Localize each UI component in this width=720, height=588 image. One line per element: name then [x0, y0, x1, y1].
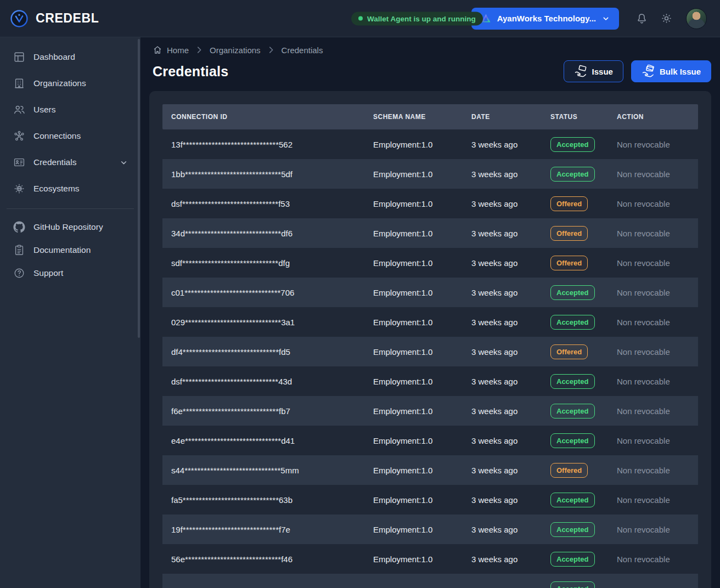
- cell-action: Non revocable: [608, 555, 698, 564]
- table-row: 029******************************3a1 Emp…: [162, 307, 698, 337]
- users-icon: [13, 104, 25, 116]
- brand[interactable]: CREDEBL: [10, 9, 99, 28]
- issue-button[interactable]: Issue: [564, 60, 623, 82]
- breadcrumb-label: Organizations: [210, 46, 261, 55]
- cell-schema: Employment:1.0: [364, 140, 463, 149]
- status-dot-icon: [358, 16, 363, 21]
- cell-date: 3 weeks ago: [463, 140, 542, 149]
- sidebar-item-label: Credentials: [33, 157, 111, 167]
- sidebar-item-users[interactable]: Users: [0, 97, 140, 123]
- status-badge: Accepted: [550, 167, 595, 182]
- cell-connection-id: e4e******************************d41: [162, 436, 364, 445]
- table-row: 1bb******************************5df Emp…: [162, 159, 698, 189]
- sidebar-item-ecosystems[interactable]: Ecosystems: [0, 176, 140, 202]
- main-content: Home Organizations Credentials Credentia…: [140, 37, 720, 588]
- title-actions: Issue Bulk Issue: [564, 60, 711, 82]
- status-badge: Accepted: [550, 552, 595, 567]
- sidebar-item-documentation[interactable]: Documentation: [0, 239, 140, 262]
- cell-connection-id: fa5******************************63b: [162, 495, 364, 505]
- cell-action: Non revocable: [608, 347, 698, 357]
- cell-connection-id: dsf******************************f53: [162, 199, 364, 208]
- theme-toggle-button[interactable]: [660, 12, 673, 25]
- sidebar-item-dashboard[interactable]: Dashboard: [0, 44, 140, 70]
- page-title: Credentials: [153, 64, 228, 80]
- cell-date: 3 weeks ago: [463, 495, 542, 505]
- breadcrumb-organizations[interactable]: Organizations: [210, 46, 261, 55]
- cell-status: Offered: [542, 344, 608, 359]
- navbar-right: AyanWorks Technology...: [471, 8, 707, 30]
- sidebar-scrollbar[interactable]: [138, 39, 140, 338]
- table-body: 13f******************************562 Emp…: [162, 129, 698, 588]
- column-header-connection-id: CONNECTION ID: [162, 113, 364, 121]
- status-badge: Offered: [550, 463, 588, 478]
- status-badge: Accepted: [550, 315, 595, 330]
- organization-switcher-button[interactable]: AyanWorks Technology...: [471, 8, 619, 30]
- cell-status: Accepted: [542, 552, 608, 567]
- chevron-down-icon: [601, 14, 610, 23]
- cell-status: Offered: [542, 256, 608, 270]
- cell-status: Offered: [542, 463, 608, 478]
- cell-action: Non revocable: [608, 318, 698, 327]
- cell-status: Accepted: [542, 374, 608, 389]
- sidebar-item-label: Documentation: [33, 245, 128, 255]
- cell-status: Accepted: [542, 404, 608, 419]
- breadcrumb-credentials[interactable]: Credentials: [282, 46, 323, 55]
- credebl-app: { "navbar": { "brand": "CREDEBL", "walle…: [0, 0, 720, 588]
- github-icon: [13, 221, 25, 233]
- organization-name: AyanWorks Technology...: [497, 14, 596, 23]
- bulk-issue-cards-hand-icon: [642, 65, 655, 78]
- table-header-row: CONNECTION ID SCHEMA NAME DATE STATUS AC…: [162, 104, 698, 129]
- wallet-status-badge: Wallet Agent is up and running: [351, 12, 483, 25]
- sun-icon: [660, 12, 673, 25]
- cell-schema: Employment:1.0: [364, 288, 463, 297]
- cell-schema: Employment:1.0: [364, 377, 463, 386]
- cell-connection-id: 19f******************************f7e: [162, 525, 364, 534]
- cell-connection-id: dsf******************************43d: [162, 377, 364, 386]
- cell-date: 3 weeks ago: [463, 347, 542, 357]
- cell-action: Non revocable: [608, 140, 698, 149]
- credentials-table-card: CONNECTION ID SCHEMA NAME DATE STATUS AC…: [149, 91, 711, 588]
- sidebar-item-github-repository[interactable]: GitHub Repository: [0, 216, 140, 239]
- cell-status: Accepted: [542, 167, 608, 182]
- breadcrumb: Home Organizations Credentials: [149, 45, 711, 55]
- table-row: s44******************************5mm Emp…: [162, 455, 698, 485]
- cell-schema: Employment:1.0: [364, 525, 463, 534]
- cell-status: Accepted: [542, 522, 608, 537]
- bulk-issue-button[interactable]: Bulk Issue: [631, 60, 711, 82]
- table-row: dsf******************************f53 Emp…: [162, 189, 698, 218]
- notifications-button[interactable]: [635, 12, 648, 25]
- status-badge: Accepted: [550, 493, 595, 507]
- user-avatar[interactable]: [686, 8, 707, 29]
- breadcrumb-home[interactable]: Home: [153, 45, 189, 55]
- sidebar-item-connections[interactable]: Connections: [0, 123, 140, 149]
- sidebar-item-label: Support: [33, 268, 128, 278]
- status-badge: Offered: [550, 226, 588, 241]
- issue-button-label: Issue: [592, 67, 613, 76]
- sidebar-nav: Dashboard Organizations Users: [0, 37, 140, 285]
- table-row: 34d******************************df6 Emp…: [162, 218, 698, 248]
- cell-schema: Employment:1.0: [364, 347, 463, 357]
- cell-action: Non revocable: [608, 229, 698, 238]
- cell-date: 3 weeks ago: [463, 288, 542, 297]
- breadcrumb-label: Credentials: [282, 46, 323, 55]
- status-badge: Accepted: [550, 404, 595, 419]
- table-row: c01******************************706 Emp…: [162, 278, 698, 307]
- chevron-right-icon: [266, 45, 276, 55]
- cell-connection-id: df4******************************fd5: [162, 347, 364, 357]
- sidebar-item-organizations[interactable]: Organizations: [0, 70, 140, 97]
- cell-schema: Employment:1.0: [364, 258, 463, 268]
- cell-action: Non revocable: [608, 199, 698, 208]
- table-row: df4******************************fd5 Emp…: [162, 337, 698, 366]
- wallet-status-text: Wallet Agent is up and running: [367, 14, 476, 22]
- cell-connection-id: s44******************************5mm: [162, 466, 364, 475]
- cell-action: Non revocable: [608, 466, 698, 475]
- cell-action: Non revocable: [608, 495, 698, 505]
- chevron-right-icon: [194, 45, 204, 55]
- column-header-action: ACTION: [608, 113, 698, 121]
- sidebar-item-label: Organizations: [33, 78, 128, 88]
- cell-connection-id: 56e******************************f46: [162, 555, 364, 564]
- cell-connection-id: 13f******************************562: [162, 140, 364, 149]
- sidebar-item-support[interactable]: Support: [0, 262, 140, 285]
- table-row: e4e******************************d41 Emp…: [162, 426, 698, 455]
- sidebar-item-credentials[interactable]: Credentials: [0, 149, 140, 176]
